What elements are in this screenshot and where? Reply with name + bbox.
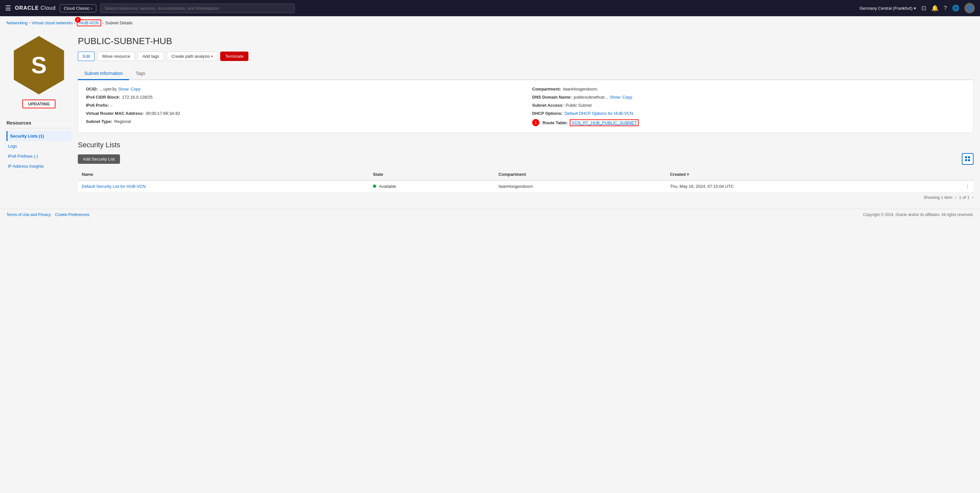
ipv4-cidr-value: 172.16.0.128/25 — [122, 95, 153, 100]
sidebar-item-security-lists[interactable]: Security Lists (1) — [6, 131, 72, 141]
row-compartment: IwanHoogendoorn — [495, 180, 666, 192]
ocid-show-link[interactable]: Show — [118, 87, 129, 91]
cloud-classic-button[interactable]: Cloud Classic › — [60, 4, 96, 12]
col-created: Created ▾ — [666, 169, 974, 180]
sidebar-item-ip-address-insights[interactable]: IP Address Insights — [6, 161, 72, 171]
footer-copyright: Copyright © 2024, Oracle and/or its affi… — [863, 212, 974, 217]
subnet-hexagon: S — [10, 36, 68, 94]
compartment-row: Compartment: IwanHoogendoorn — [532, 87, 966, 91]
col-state: State — [369, 169, 495, 180]
svg-rect-2 — [965, 159, 967, 161]
security-list-name-link[interactable]: Default Security List for HUB-VCN — [82, 184, 146, 189]
route-table-label: Route Table: — [542, 120, 568, 125]
breadcrumb-hub-vcn[interactable]: HUB-VCN 2 — [77, 19, 101, 26]
dns-domain-row: DNS Domain Name: publicsubnethub... Show… — [532, 95, 966, 100]
add-security-list-button[interactable]: Add Security List — [78, 154, 120, 164]
terminate-button[interactable]: Terminate — [220, 52, 248, 61]
sort-icon[interactable]: ▾ — [687, 172, 689, 177]
dns-domain-value: publicsubnethub... — [574, 95, 608, 100]
dns-domain-label: DNS Domain Name: — [532, 95, 572, 100]
row-state: Available — [369, 180, 495, 192]
row-created: Thu, May 16, 2024, 07:15:04 UTC ⋮ — [666, 180, 974, 192]
oracle-logo: ORACLE Cloud — [15, 5, 56, 11]
ipv6-prefix-label: IPv6 Prefix: — [86, 103, 109, 108]
security-lists-table: Name State Compartment Created ▾ Default… — [78, 169, 974, 192]
nav-right-section: Germany Central (Frankfurt) ▾ ⊡ 🔔 ? 🌐 👤 — [860, 3, 975, 13]
ipv6-prefix-value: - — [111, 103, 112, 108]
help-icon[interactable]: ? — [944, 5, 947, 12]
grid-view-button[interactable] — [962, 153, 974, 165]
bell-icon[interactable]: 🔔 — [931, 5, 939, 12]
edit-button[interactable]: Edit — [78, 52, 95, 61]
ipv4-cidr-row: IPv4 CIDR Block: 172.16.0.128/25 — [86, 95, 519, 100]
subnet-type-label: Subnet Type: — [86, 119, 112, 124]
page-footer: Terms of Use and Privacy Cookie Preferen… — [0, 209, 980, 220]
breadcrumb-virtual-cloud-networks[interactable]: Virtual cloud networks — [32, 21, 73, 25]
virtual-router-mac-row: Virtual Router MAC Address: 00:00:17:69:… — [86, 111, 519, 116]
pagination-prev[interactable]: ‹ — [955, 195, 956, 200]
pagination-current: 1 of 1 — [959, 195, 970, 200]
svg-rect-0 — [965, 156, 967, 158]
tab-tags[interactable]: Tags — [129, 67, 152, 80]
breadcrumb: Networking › Virtual cloud networks › HU… — [0, 16, 980, 30]
global-search-input[interactable] — [100, 3, 295, 13]
row-name: Default Security List for HUB-VCN — [78, 180, 369, 192]
subnet-access-label: Subnet Access: — [532, 103, 563, 108]
action-buttons: Edit Move resource Add tags Create path … — [78, 52, 974, 61]
showing-items: Showing 1 item — [924, 195, 953, 200]
dhcp-options-row: DHCP Options: Default DHCP Options for H… — [532, 111, 966, 116]
subnet-info-panel: OCID: ...uybr3q Show Copy IPv4 CIDR Bloc… — [78, 80, 974, 133]
compartment-value: IwanHoogendoorn — [563, 87, 597, 91]
sidebar-item-logs[interactable]: Logs — [6, 141, 72, 151]
info-left-column: OCID: ...uybr3q Show Copy IPv4 CIDR Bloc… — [86, 87, 519, 126]
main-content: S UPDATING Resources Security Lists (1) … — [0, 30, 980, 209]
ocid-copy-link[interactable]: Copy — [131, 87, 140, 91]
dns-copy-link[interactable]: Copy — [622, 95, 632, 100]
terms-link[interactable]: Terms of Use and Privacy — [6, 212, 51, 217]
pagination-next[interactable]: › — [972, 195, 974, 200]
breadcrumb-networking[interactable]: Networking — [6, 21, 27, 25]
security-lists-title: Security Lists — [78, 141, 974, 149]
create-path-analysis-button[interactable]: Create path analysis ▾ — [167, 52, 218, 61]
info-grid: OCID: ...uybr3q Show Copy IPv4 CIDR Bloc… — [86, 87, 966, 126]
route-table-row: 1 Route Table: VCN_RT_HUB_PUBLIC_SUBNET — [532, 119, 966, 126]
top-navigation: ☰ ORACLE Cloud Cloud Classic › Germany C… — [0, 0, 980, 16]
status-available-dot — [373, 184, 376, 188]
globe-icon[interactable]: 🌐 — [952, 5, 959, 12]
screen-icon[interactable]: ⊡ — [921, 5, 926, 12]
status-badge: UPDATING — [22, 100, 56, 108]
route-table-badge: 1 — [532, 119, 539, 126]
route-table-link[interactable]: VCN_RT_HUB_PUBLIC_SUBNET — [570, 119, 639, 126]
ocid-value: ...uybr3q — [100, 87, 116, 91]
add-tags-button[interactable]: Add tags — [137, 52, 164, 61]
info-tabs: Subnet Information Tags — [78, 67, 974, 80]
sidebar-item-ipv6-prefixes[interactable]: IPv6 Prefixes (-) — [6, 151, 72, 161]
breadcrumb-sep-3: › — [102, 21, 104, 25]
subnet-type-row: Subnet Type: Regional — [86, 119, 519, 124]
page-title: PUBLIC-SUBNET-HUB — [78, 36, 974, 46]
subnet-icon-container: S — [10, 36, 68, 94]
move-resource-button[interactable]: Move resource — [97, 52, 135, 61]
hamburger-menu-icon[interactable]: ☰ — [5, 4, 11, 12]
region-selector[interactable]: Germany Central (Frankfurt) ▾ — [860, 6, 916, 11]
ipv6-prefix-row: IPv6 Prefix: - — [86, 103, 519, 108]
table-footer: Showing 1 item ‹ 1 of 1 › — [78, 192, 974, 202]
footer-left: Terms of Use and Privacy Cookie Preferen… — [6, 212, 89, 217]
dns-show-link[interactable]: Show — [610, 95, 621, 100]
left-panel: S UPDATING Resources Security Lists (1) … — [6, 36, 72, 202]
cookie-link[interactable]: Cookie Preferences — [55, 212, 89, 217]
col-compartment: Compartment — [495, 169, 666, 180]
info-right-column: Compartment: IwanHoogendoorn DNS Domain … — [532, 87, 966, 126]
subnet-access-row: Subnet Access: Public Subnet — [532, 103, 966, 108]
tab-subnet-information[interactable]: Subnet Information — [78, 67, 129, 80]
ocid-row: OCID: ...uybr3q Show Copy — [86, 87, 519, 91]
resources-section: Resources Security Lists (1) Logs IPv6 P… — [6, 120, 72, 171]
table-toolbar: Add Security List — [78, 153, 974, 165]
dhcp-options-link[interactable]: Default DHCP Options for HUB-VCN — [565, 111, 633, 116]
right-panel: PUBLIC-SUBNET-HUB Edit Move resource Add… — [78, 36, 974, 202]
user-avatar[interactable]: 👤 — [964, 3, 975, 13]
row-actions-icon[interactable]: ⋮ — [966, 184, 970, 189]
compartment-label: Compartment: — [532, 87, 561, 91]
table-row: Default Security List for HUB-VCN Availa… — [78, 180, 974, 192]
virtual-router-mac-value: 00:00:17:69:3A:82 — [146, 111, 180, 116]
